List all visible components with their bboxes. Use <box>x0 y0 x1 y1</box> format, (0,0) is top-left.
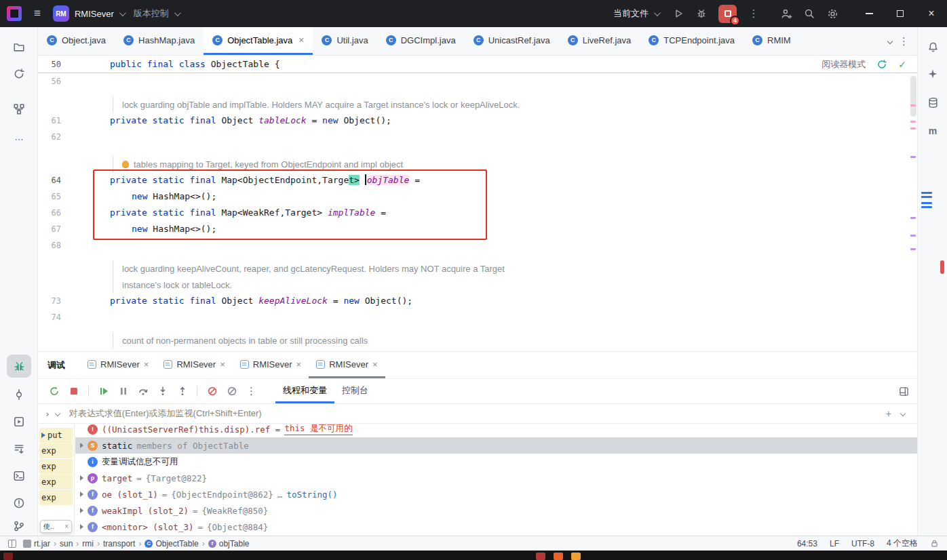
structure-icon[interactable] <box>7 98 31 121</box>
lock-icon[interactable] <box>930 539 939 548</box>
editor-tab[interactable]: CLiveRef.java <box>559 27 640 55</box>
debug-more-icon[interactable]: ⋮ <box>242 382 260 400</box>
run-button[interactable] <box>668 3 689 24</box>
variable-row[interactable]: !((UnicastServerRef)this.disp).ref = thi… <box>75 424 917 437</box>
comment-line[interactable]: count of non-permanent objects in table … <box>38 332 917 348</box>
debug-view-tab[interactable]: 线程和变量 <box>275 379 334 403</box>
hidden-tabs-chevron-icon[interactable] <box>887 38 893 43</box>
code-line[interactable]: 56 <box>38 73 917 89</box>
services-icon[interactable] <box>7 410 31 433</box>
comment-line[interactable]: tables mapping to Target, keyed from Obj… <box>38 156 917 172</box>
minimize-button[interactable] <box>853 0 885 27</box>
editor-tab[interactable]: CTCPEndpoint.java <box>640 27 743 55</box>
caret-position[interactable]: 64:53 <box>797 539 817 548</box>
taskbar-app-icon[interactable] <box>3 553 13 560</box>
frame-item[interactable]: put <box>39 428 73 443</box>
indent-setting[interactable]: 4 个空格 <box>887 538 918 549</box>
code-line[interactable]: 74 <box>38 309 917 325</box>
search-everywhere-icon[interactable] <box>799 3 819 24</box>
code-line[interactable]: 65new HashMap<>(); <box>38 188 917 205</box>
dependencies-icon[interactable] <box>7 437 31 460</box>
code-line[interactable]: 68 <box>38 237 917 254</box>
debug-session-tab[interactable]: RMISever× <box>156 352 232 378</box>
frame-item[interactable]: exp <box>39 490 73 505</box>
comment-line[interactable]: lock guarding keepAliveCount, reaper, an… <box>38 260 917 277</box>
expand-eval-chevron-icon[interactable] <box>900 411 906 416</box>
breadcrumb-item[interactable]: rmi <box>82 539 94 548</box>
tostring-link[interactable]: toString() <box>286 489 337 500</box>
code-line[interactable]: 67new HashMap<>(); <box>38 221 917 237</box>
breadcrumb-item[interactable]: rt.jar <box>23 539 50 548</box>
comment-line[interactable]: lock guarding objTable and implTable. Ho… <box>38 96 917 113</box>
chevron-right-icon[interactable] <box>80 443 83 448</box>
inspections-sync-icon[interactable] <box>876 59 887 70</box>
debug-view-tab[interactable]: 控制台 <box>334 379 376 403</box>
chevron-right-icon[interactable] <box>80 475 83 481</box>
chevron-right-icon[interactable] <box>80 492 83 497</box>
variable-row[interactable]: fweakImpl (slot_2) = {WeakRef@850} <box>75 502 917 519</box>
evaluate-expression-input[interactable]: 对表达式求值(Enter)或添加监视(Ctrl+Shift+Enter) <box>69 407 881 420</box>
breadcrumb-item[interactable]: transport <box>103 539 135 548</box>
add-watch-icon[interactable]: + <box>886 408 891 419</box>
code-line[interactable]: 73private static final Object keepAliveL… <box>38 293 917 309</box>
notifications-bell-icon[interactable] <box>923 37 943 57</box>
editor-tab[interactable]: CRMIM <box>743 27 800 55</box>
code-area[interactable]: 56lock guarding objTable and implTable. … <box>38 73 917 351</box>
tab-close-icon[interactable]: × <box>372 359 378 369</box>
database-icon[interactable] <box>923 92 943 113</box>
file-encoding[interactable]: UTF-8 <box>851 539 874 548</box>
code-line[interactable]: 64private static final Map<ObjectEndpoin… <box>38 172 917 188</box>
step-over-icon[interactable] <box>134 382 152 400</box>
running-processes-widget[interactable]: 4 <box>718 5 737 23</box>
resume-icon[interactable] <box>94 382 113 400</box>
frame-item[interactable]: exp <box>39 443 73 458</box>
tab-close-icon[interactable]: × <box>220 359 225 369</box>
project-widget[interactable]: RM RMISever <box>53 5 124 22</box>
vcs-widget[interactable]: 版本控制 <box>134 7 179 20</box>
pause-icon[interactable] <box>114 382 132 400</box>
sticky-line[interactable]: 50 public final class ObjectTable { 阅读器模… <box>38 56 917 73</box>
terminal-icon[interactable] <box>7 464 31 487</box>
frame-item[interactable]: exp <box>39 459 73 474</box>
breadcrumb-item[interactable]: CObjectTable <box>144 539 198 548</box>
taskbar-app-icon[interactable] <box>571 553 581 560</box>
breadcrumb-item[interactable]: fobjTable <box>208 539 250 548</box>
problems-icon[interactable] <box>7 492 31 515</box>
tab-close-icon[interactable]: × <box>298 35 304 45</box>
code-line[interactable]: 62 <box>38 129 917 145</box>
settings-gear-icon[interactable] <box>822 3 843 24</box>
code-line[interactable]: 61private static final Object tableLock … <box>38 113 917 129</box>
editor-tab[interactable]: CUtil.java <box>313 27 376 55</box>
maximize-button[interactable] <box>885 0 916 27</box>
intention-bulb-icon[interactable] <box>122 161 129 167</box>
editor-tab[interactable]: CUnicastRef.java <box>465 27 559 55</box>
rerun-debug-icon[interactable] <box>45 382 63 400</box>
editor-tab[interactable]: CHashMap.java <box>115 27 204 55</box>
variable-row[interactable]: Sstatic members of ObjectTable <box>75 437 917 454</box>
tab-close-icon[interactable]: × <box>296 359 302 369</box>
frame-item[interactable]: exp <box>39 475 73 489</box>
frames-pane[interactable]: putexpexpexpexp 使.. × <box>38 424 75 536</box>
close-button[interactable]: × <box>916 0 947 27</box>
stop-icon[interactable] <box>64 382 83 400</box>
ai-assistant-icon[interactable] <box>923 64 943 84</box>
vcs-refresh-icon[interactable] <box>7 62 31 85</box>
line-separator[interactable]: LF <box>830 539 839 548</box>
code-with-me-icon[interactable] <box>776 3 796 24</box>
more-actions-icon[interactable]: ⋮ <box>743 3 764 24</box>
layout-settings-icon[interactable] <box>899 386 909 397</box>
commit-icon[interactable] <box>7 383 31 406</box>
chevron-right-icon[interactable] <box>80 508 83 513</box>
step-out-icon[interactable] <box>173 382 191 400</box>
variable-row[interactable]: ptarget = {Target@822} <box>75 470 917 486</box>
maven-icon[interactable]: m <box>923 121 943 141</box>
debug-button[interactable] <box>691 3 712 24</box>
debug-session-tab[interactable]: RMISever× <box>233 352 309 378</box>
debug-panel-title[interactable]: 调试 <box>47 359 65 372</box>
project-folder-icon[interactable] <box>7 35 31 58</box>
breadcrumb-item[interactable]: sun <box>60 539 73 548</box>
close-icon[interactable]: × <box>64 523 69 530</box>
taskbar-app-icon[interactable] <box>554 553 563 560</box>
eval-history-chevron-icon[interactable] <box>55 411 60 416</box>
mute-breakpoints-icon[interactable] <box>203 382 221 400</box>
